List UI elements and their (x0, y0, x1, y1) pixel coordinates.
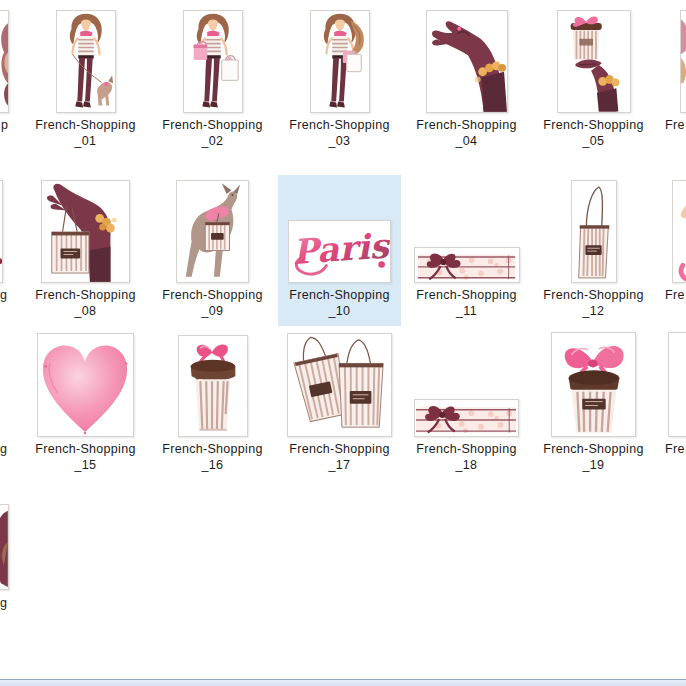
file-name-line1: French-Shopping (278, 288, 401, 304)
file-item[interactable]: French-Shopping _19 (532, 329, 655, 480)
file-name-line1: French-Shopping (151, 288, 274, 304)
partial-file-name[interactable]: Fre (665, 288, 685, 304)
file-name-line2: _05 (532, 134, 655, 150)
file-item[interactable]: French-Shopping _03 (278, 5, 401, 156)
girl-with-flowing-hair-illustration (311, 11, 369, 112)
gloved-hand-illustration (427, 11, 507, 112)
thumbnail-area: Paris (278, 175, 401, 283)
thumbnail-area (405, 5, 528, 113)
file-item[interactable]: French-Shopping _02 (151, 5, 274, 156)
partial-file-thumbnail[interactable] (0, 180, 3, 283)
partial-file-thumbnail[interactable] (672, 180, 686, 283)
file-name[interactable]: French-Shopping _04 (405, 118, 528, 149)
file-name[interactable]: French-Shopping _08 (24, 288, 147, 319)
file-thumbnail[interactable] (56, 10, 116, 113)
file-thumbnail[interactable] (414, 247, 520, 283)
partial-file-name[interactable]: g (0, 596, 7, 612)
file-item[interactable]: French-Shopping _11 (405, 175, 528, 326)
file-thumbnail[interactable] (414, 399, 519, 437)
file-item-selected[interactable]: Paris French-Shopping _10 (278, 175, 401, 326)
file-name-line1: French-Shopping (405, 118, 528, 134)
file-name[interactable]: French-Shopping _05 (532, 118, 655, 149)
file-item[interactable]: French-Shopping _16 (151, 329, 274, 480)
partial-file-thumbnail[interactable] (680, 10, 686, 113)
partial-file-thumbnail[interactable] (0, 10, 9, 113)
file-name[interactable]: French-Shopping _12 (532, 288, 655, 319)
partial-file-thumbnail[interactable] (0, 504, 9, 590)
file-name-line1: French-Shopping (278, 118, 401, 134)
girl-with-dog-illustration (57, 11, 115, 112)
file-thumbnail[interactable] (551, 332, 636, 437)
file-thumbnail[interactable] (310, 10, 370, 113)
file-thumbnail[interactable] (37, 333, 134, 437)
file-thumbnail[interactable] (183, 10, 243, 113)
partial-file-name[interactable]: Fre (665, 442, 685, 458)
file-item[interactable]: French-Shopping _08 (24, 175, 147, 326)
striped-shopping-bag-illustration (572, 181, 616, 282)
file-item[interactable]: French-Shopping _04 (405, 5, 528, 156)
file-name[interactable]: French-Shopping _18 (405, 442, 528, 473)
gloved-hand-gift-box-illustration (558, 11, 630, 112)
file-name-line2: _02 (151, 134, 274, 150)
file-name[interactable]: French-Shopping _09 (151, 288, 274, 319)
svg-text:Paris: Paris (291, 225, 390, 272)
file-name[interactable]: French-Shopping _16 (151, 442, 274, 473)
partial-file-name[interactable]: g (0, 442, 7, 458)
file-name[interactable]: French-Shopping _15 (24, 442, 147, 473)
file-item[interactable]: French-Shopping _12 (532, 175, 655, 326)
hatbox-with-bow-illustration (552, 333, 635, 436)
file-thumbnail[interactable] (426, 10, 508, 113)
file-item[interactable]: French-Shopping _01 (24, 5, 147, 156)
partial-file-thumbnail[interactable] (668, 332, 686, 437)
file-thumbnail[interactable] (571, 180, 617, 283)
file-item[interactable]: French-Shopping _18 (405, 329, 528, 480)
file-name-line2: _08 (24, 304, 147, 320)
striped-hatbox-illustration (179, 336, 247, 436)
partial-file-name[interactable]: g (0, 288, 7, 304)
file-thumbnail[interactable] (178, 335, 248, 437)
file-thumbnail[interactable] (287, 333, 392, 437)
file-thumbnail[interactable]: Paris (288, 220, 391, 283)
figure-edge-illustration (0, 11, 8, 112)
file-name-line1: French-Shopping (532, 118, 655, 134)
file-name-line2: _03 (278, 134, 401, 150)
thumbnail-area (151, 329, 274, 437)
file-name-line1: French-Shopping (405, 288, 528, 304)
file-name-line1: French-Shopping (151, 118, 274, 134)
file-name-line2: _16 (151, 458, 274, 474)
file-thumbnail[interactable] (557, 10, 631, 113)
file-thumbnail[interactable] (41, 180, 130, 283)
file-item[interactable]: French-Shopping _17 (278, 329, 401, 480)
file-item[interactable]: French-Shopping _15 (24, 329, 147, 480)
long-gift-box-illustration (415, 248, 519, 282)
thumbnail-area (24, 175, 147, 283)
file-name[interactable]: French-Shopping _11 (405, 288, 528, 319)
paris-lettering-illustration: Paris (289, 221, 390, 282)
file-name-line1: French-Shopping (24, 118, 147, 134)
file-name[interactable]: French-Shopping _03 (278, 118, 401, 149)
partial-file-name[interactable]: Fre (665, 118, 685, 134)
file-name[interactable]: French-Shopping _17 (278, 442, 401, 473)
thumbnail-area (532, 175, 655, 283)
file-name-line1: French-Shopping (405, 442, 528, 458)
gloved-hand-shopping-bag-illustration (42, 181, 129, 282)
girl-with-shopping-bags-illustration (184, 11, 242, 112)
file-thumbnail[interactable] (176, 180, 249, 283)
file-name-line2: _11 (405, 304, 528, 320)
file-name[interactable]: French-Shopping _02 (151, 118, 274, 149)
thumbnail-area (151, 175, 274, 283)
file-list: French-Shopping _01 French-Shopping _02 … (0, 0, 686, 686)
tiny-red-mark-illustration (0, 181, 2, 282)
partial-file-name[interactable]: p (1, 118, 8, 134)
thumbnail-area (24, 5, 147, 113)
file-item[interactable]: French-Shopping _05 (532, 5, 655, 156)
thumbnail-area (405, 175, 528, 283)
file-item[interactable]: French-Shopping _09 (151, 175, 274, 326)
file-name[interactable]: French-Shopping _01 (24, 118, 147, 149)
watercolor-heart-illustration (38, 334, 133, 436)
two-shopping-bags-illustration (288, 334, 391, 436)
file-name[interactable]: French-Shopping _10 (278, 288, 401, 319)
file-name-line2: _18 (405, 458, 528, 474)
file-name-line1: French-Shopping (24, 442, 147, 458)
file-name[interactable]: French-Shopping _19 (532, 442, 655, 473)
